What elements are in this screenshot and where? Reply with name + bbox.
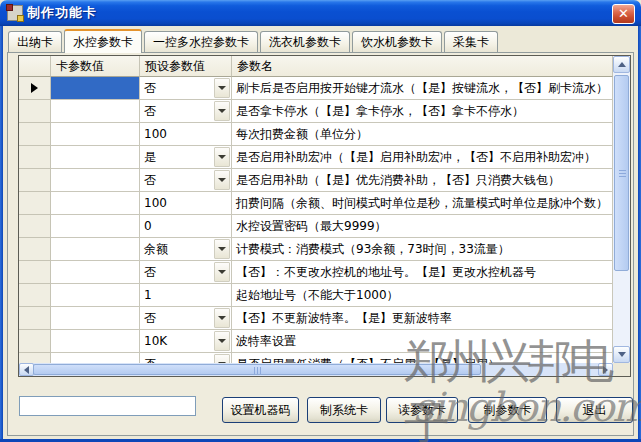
param-name-cell[interactable]: 是否启用最低消费（【否】不启用，【是】启用）	[232, 353, 613, 363]
grid-header-row: 卡参数值 预设参数值 参数名	[19, 56, 613, 77]
row-header[interactable]	[19, 100, 51, 123]
table-row: 否是否拿卡停水（【是】拿卡停水，【否】拿卡不停水）	[19, 100, 613, 123]
combo-dropdown-button[interactable]	[214, 170, 230, 190]
card-value-cell[interactable]	[51, 238, 140, 261]
param-name-cell[interactable]: 是否拿卡停水（【是】拿卡停水，【否】拿卡不停水）	[232, 100, 613, 123]
combo-dropdown-button[interactable]	[214, 239, 230, 259]
scroll-right-button[interactable]	[598, 363, 613, 376]
tab-5[interactable]: 采集卡	[444, 31, 498, 52]
form-icon	[7, 5, 23, 21]
scroll-up-button[interactable]	[613, 56, 630, 73]
table-row: 否刷卡后是否启用按开始键才流水（【是】按键流水，【否】刷卡流水）	[19, 77, 613, 100]
row-header[interactable]	[19, 146, 51, 169]
preset-value-cell[interactable]: 余额	[140, 238, 232, 261]
column-header-preset-value[interactable]: 预设参数值	[140, 56, 232, 77]
make-param-card-button[interactable]: 制参数卡	[468, 397, 547, 423]
combo-dropdown-button[interactable]	[214, 354, 230, 363]
param-name-cell[interactable]: 每次扣费金额（单位分）	[232, 123, 613, 146]
param-name-cell[interactable]: 扣费间隔（余额、时间模式时单位是秒，流量模式时单位是脉冲个数）	[232, 192, 613, 215]
combo-dropdown-button[interactable]	[214, 78, 230, 98]
tab-3[interactable]: 洗衣机参数卡	[260, 31, 350, 52]
make-system-card-button[interactable]: 制系统卡	[307, 397, 381, 423]
title-bar[interactable]: 制作功能卡	[0, 0, 641, 26]
preset-value-cell[interactable]: 100	[140, 123, 232, 146]
row-header[interactable]	[19, 215, 51, 238]
param-name-cell[interactable]: 波特率设置	[232, 330, 613, 353]
row-header[interactable]	[19, 77, 51, 100]
vertical-scrollbar[interactable]	[613, 56, 630, 363]
param-name-cell[interactable]: 水控设置密码（最大9999）	[232, 215, 613, 238]
row-header[interactable]	[19, 307, 51, 330]
row-header[interactable]	[19, 169, 51, 192]
preset-value-cell[interactable]: 否	[140, 77, 232, 100]
row-header[interactable]	[19, 284, 51, 307]
preset-value-cell[interactable]: 0	[140, 215, 232, 238]
row-header[interactable]	[19, 353, 51, 363]
chevron-down-icon	[218, 155, 226, 159]
preset-value-cell[interactable]: 是	[140, 146, 232, 169]
horizontal-scrollbar[interactable]	[19, 363, 613, 376]
chevron-down-icon	[218, 339, 226, 343]
combo-dropdown-button[interactable]	[214, 262, 230, 282]
chevron-down-icon	[218, 316, 226, 320]
preset-value-cell[interactable]: 否	[140, 169, 232, 192]
combo-dropdown-button[interactable]	[214, 101, 230, 121]
read-param-card-button[interactable]: 读参数卡	[386, 397, 458, 423]
tab-4[interactable]: 饮水机参数卡	[352, 31, 442, 52]
card-value-cell[interactable]	[51, 284, 140, 307]
row-header[interactable]	[19, 238, 51, 261]
combo-dropdown-button[interactable]	[214, 147, 230, 167]
table-row: 1起始地址号（不能大于1000）	[19, 284, 613, 307]
card-value-cell[interactable]	[51, 192, 140, 215]
preset-value-cell[interactable]: 100	[140, 192, 232, 215]
table-row: 否是否启用补助（【是】优先消费补助，【否】只消费大钱包）	[19, 169, 613, 192]
preset-value-cell[interactable]: 否	[140, 307, 232, 330]
card-value-cell[interactable]	[51, 146, 140, 169]
card-value-cell[interactable]	[51, 353, 140, 363]
preset-value-cell[interactable]: 否	[140, 261, 232, 284]
card-value-cell[interactable]	[51, 307, 140, 330]
close-button[interactable]: ✕	[612, 4, 635, 24]
card-value-cell[interactable]	[51, 123, 140, 146]
row-header[interactable]	[19, 192, 51, 215]
chevron-down-icon	[218, 86, 226, 90]
row-header[interactable]	[19, 330, 51, 353]
vertical-scroll-thumb[interactable]	[614, 75, 629, 271]
param-name-cell[interactable]: 是否启用补助宏冲（【是】启用补助宏冲，【否】不启用补助宏冲）	[232, 146, 613, 169]
right-arrow-icon	[603, 366, 608, 374]
scroll-left-button[interactable]	[19, 363, 34, 376]
set-machine-code-button[interactable]: 设置机器码	[222, 397, 299, 423]
preset-value-cell[interactable]: 否	[140, 353, 232, 363]
card-value-cell[interactable]	[51, 77, 140, 100]
column-header-card-value[interactable]: 卡参数值	[51, 56, 140, 77]
card-value-cell[interactable]	[51, 330, 140, 353]
combo-dropdown-button[interactable]	[214, 331, 230, 351]
machine-code-input[interactable]	[19, 396, 196, 416]
grid-viewport: 卡参数值 预设参数值 参数名 否刷卡后是否启用按开始键才流水（【是】按键流水，【…	[19, 56, 613, 363]
preset-value-cell[interactable]: 10K	[140, 330, 232, 353]
tab-0[interactable]: 出纳卡	[8, 31, 62, 52]
param-name-cell[interactable]: 【否】：不更改水控机的地址号。【是】更改水控机器号	[232, 261, 613, 284]
combo-dropdown-button[interactable]	[214, 308, 230, 328]
param-name-cell[interactable]: 【否】不更新波特率。【是】更新波特率	[232, 307, 613, 330]
param-name-cell[interactable]: 起始地址号（不能大于1000）	[232, 284, 613, 307]
preset-value-cell[interactable]: 否	[140, 100, 232, 123]
preset-value-cell[interactable]: 1	[140, 284, 232, 307]
param-name-cell[interactable]: 刷卡后是否启用按开始键才流水（【是】按键流水，【否】刷卡流水）	[232, 77, 613, 100]
card-value-cell[interactable]	[51, 261, 140, 284]
card-value-cell[interactable]	[51, 100, 140, 123]
card-value-cell[interactable]	[51, 169, 140, 192]
chevron-down-icon	[218, 270, 226, 274]
card-value-cell[interactable]	[51, 215, 140, 238]
table-row: 100扣费间隔（余额、时间模式时单位是秒，流量模式时单位是脉冲个数）	[19, 192, 613, 215]
exit-button[interactable]: 退出	[556, 397, 633, 423]
param-name-cell[interactable]: 是否启用补助（【是】优先消费补助，【否】只消费大钱包）	[232, 169, 613, 192]
row-header[interactable]	[19, 123, 51, 146]
param-name-cell[interactable]: 计费模式：消费模式（93余额，73时间，33流量）	[232, 238, 613, 261]
tab-1[interactable]: 水控参数卡	[64, 29, 142, 53]
tab-2[interactable]: 一控多水控参数卡	[144, 31, 258, 52]
row-header[interactable]	[19, 261, 51, 284]
scroll-down-button[interactable]	[613, 346, 630, 363]
column-header-param-name[interactable]: 参数名	[232, 56, 613, 77]
horizontal-scroll-thumb[interactable]	[33, 364, 481, 375]
